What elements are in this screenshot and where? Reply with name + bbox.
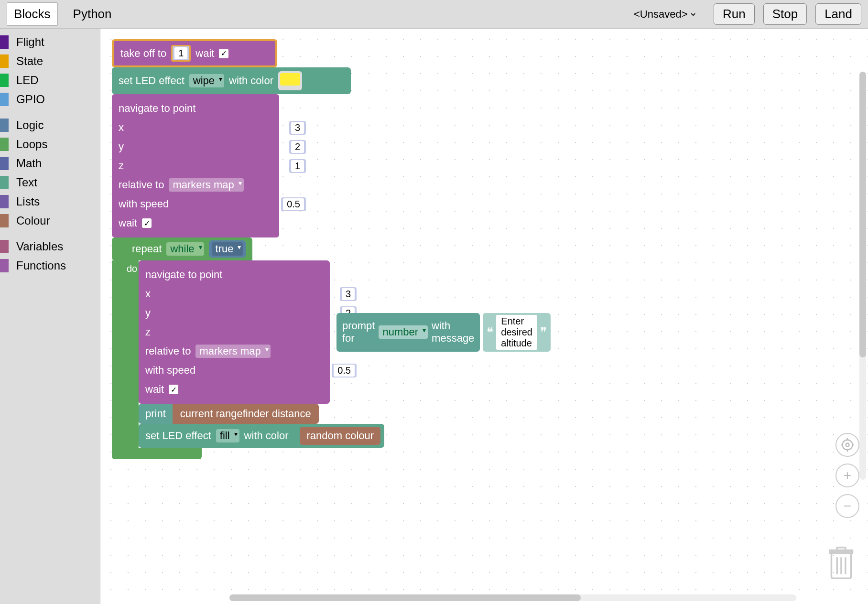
nav2-frame-dropdown[interactable]: markers map bbox=[195, 345, 270, 358]
takeoff-block[interactable]: take off to 1 wait ✓ bbox=[112, 39, 277, 67]
horizontal-scrollbar[interactable] bbox=[229, 594, 796, 601]
svg-point-0 bbox=[846, 443, 849, 447]
category-colour[interactable]: Colour bbox=[0, 211, 100, 230]
category-logic[interactable]: Logic bbox=[0, 116, 100, 135]
prompt-block[interactable]: prompt for number with message bbox=[336, 313, 480, 352]
main: Flight State LED GPIO Logic Loops Math T… bbox=[0, 29, 868, 604]
led-effect-block-2[interactable]: set LED effect fill with color random co… bbox=[139, 424, 384, 448]
category-functions[interactable]: Functions bbox=[0, 256, 100, 275]
workspace-controls: + − bbox=[835, 433, 859, 518]
vertical-scrollbar[interactable] bbox=[859, 72, 866, 480]
category-gpio[interactable]: GPIO bbox=[0, 90, 100, 109]
file-select[interactable]: <Unsaved> bbox=[629, 6, 700, 22]
loop-mode-dropdown[interactable]: while bbox=[166, 242, 204, 256]
block-stack[interactable]: take off to 1 wait ✓ set LED effect wipe… bbox=[112, 39, 384, 459]
prompt-message-input[interactable]: Enter desired altitude bbox=[496, 315, 537, 350]
led-effect-block-1[interactable]: set LED effect wipe with color bbox=[112, 67, 351, 94]
category-variables[interactable]: Variables bbox=[0, 237, 100, 256]
nav1-frame-dropdown[interactable]: markers map bbox=[169, 178, 243, 192]
stop-button[interactable]: Stop bbox=[763, 3, 807, 25]
random-colour-block[interactable]: random colour bbox=[300, 427, 380, 445]
tab-blocks[interactable]: Blocks bbox=[7, 2, 58, 26]
takeoff-wait-label: wait bbox=[195, 47, 214, 60]
prompt-message-block[interactable]: ❝ Enter desired altitude ❞ bbox=[483, 313, 551, 352]
top-bar: Blocks Python <Unsaved> Run Stop Land bbox=[0, 0, 868, 29]
nav2-speed-input[interactable]: 0.5 bbox=[332, 364, 357, 378]
navigate-block-2[interactable]: navigate to point x 3 y 2 z prompt for n… bbox=[139, 260, 330, 404]
nav1-wait-checkbox[interactable]: ✓ bbox=[142, 218, 152, 228]
nav2-wait-checkbox[interactable]: ✓ bbox=[169, 385, 178, 394]
led-effect-dropdown-1[interactable]: wipe bbox=[189, 74, 224, 87]
rangefinder-value-block[interactable]: current rangefinder distance bbox=[173, 404, 319, 424]
category-text[interactable]: Text bbox=[0, 173, 100, 192]
category-lists[interactable]: Lists bbox=[0, 192, 100, 211]
zoom-in-button[interactable]: + bbox=[835, 464, 859, 487]
navigate-block-1[interactable]: navigate to point x 3 y 2 z 1 relative t… bbox=[112, 94, 279, 237]
workspace[interactable]: take off to 1 wait ✓ set LED effect wipe… bbox=[100, 29, 868, 604]
nav2-x-input[interactable]: 3 bbox=[340, 287, 357, 301]
category-loops[interactable]: Loops bbox=[0, 135, 100, 154]
open-quote-icon: ❝ bbox=[487, 325, 493, 340]
nav1-y-input[interactable]: 2 bbox=[289, 140, 306, 154]
center-view-button[interactable] bbox=[835, 433, 859, 457]
category-state[interactable]: State bbox=[0, 52, 100, 71]
repeat-while-block[interactable]: repeat while true do navigate to point x bbox=[112, 237, 384, 459]
nav1-speed-input[interactable]: 0.5 bbox=[281, 197, 306, 211]
takeoff-altitude-input[interactable]: 1 bbox=[171, 45, 191, 62]
prompt-type-dropdown[interactable]: number bbox=[379, 325, 428, 339]
category-led[interactable]: LED bbox=[0, 71, 100, 90]
led-effect-dropdown-2[interactable]: fill bbox=[216, 429, 239, 442]
takeoff-label: take off to bbox=[120, 47, 166, 60]
nav1-x-input[interactable]: 3 bbox=[289, 121, 306, 135]
loop-condition-true[interactable]: true bbox=[209, 240, 246, 258]
nav1-z-input[interactable]: 1 bbox=[289, 159, 306, 173]
run-button[interactable]: Run bbox=[714, 3, 755, 25]
takeoff-wait-checkbox[interactable]: ✓ bbox=[219, 49, 228, 58]
trash-icon[interactable] bbox=[824, 542, 858, 586]
zoom-out-button[interactable]: − bbox=[835, 494, 859, 518]
category-flight[interactable]: Flight bbox=[0, 32, 100, 52]
tab-python[interactable]: Python bbox=[66, 3, 119, 25]
led-color-input-1[interactable] bbox=[278, 71, 302, 90]
close-quote-icon: ❞ bbox=[540, 325, 547, 340]
category-math[interactable]: Math bbox=[0, 154, 100, 173]
category-sidebar: Flight State LED GPIO Logic Loops Math T… bbox=[0, 29, 100, 604]
land-button[interactable]: Land bbox=[815, 3, 861, 25]
print-block[interactable]: print current rangefinder distance bbox=[139, 404, 384, 424]
svg-point-1 bbox=[843, 440, 853, 450]
